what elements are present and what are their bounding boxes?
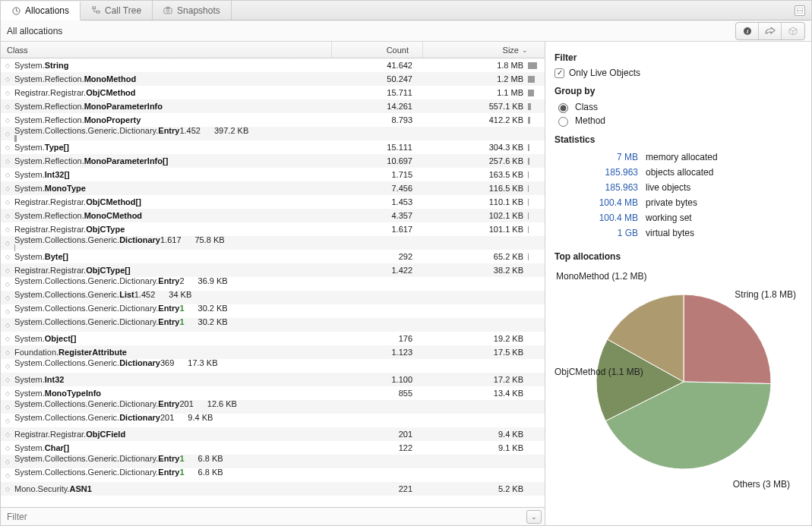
forward-button[interactable]: [759, 23, 782, 39]
table-row[interactable]: ◇Registrar.Registrar.ObjCMethod15.7111.1…: [1, 86, 545, 99]
stat-label: private bytes: [646, 195, 697, 210]
cube-button[interactable]: [782, 23, 804, 39]
table-row[interactable]: ◇System.Char[]1229.1 KB: [1, 441, 545, 455]
groupby-class-radio[interactable]: Class: [554, 101, 802, 113]
table-row[interactable]: ◇System.Byte[]29265.2 KB: [1, 250, 545, 263]
stat-value: 1 GB: [554, 225, 646, 241]
table-row[interactable]: ◇System.Collections.Generic.Dictionary.E…: [1, 318, 545, 332]
count-cell: 1.422: [335, 266, 426, 275]
size-bar: [528, 76, 545, 83]
col-header-class[interactable]: Class: [1, 42, 332, 58]
size-cell: 101.1 KB: [426, 225, 528, 234]
table-row[interactable]: ◇System.Collections.Generic.Dictionary.E…: [1, 127, 545, 140]
table-row[interactable]: ◇System.Collections.Generic.Dictionary1.…: [1, 236, 545, 250]
table-row[interactable]: ◇System.Collections.Generic.Dictionary36…: [1, 359, 545, 373]
tab-snapshots-label: Snapshots: [177, 5, 220, 16]
table-row[interactable]: ◇System.Collections.Generic.List1.45234 …: [1, 291, 545, 304]
table-row[interactable]: ◇System.Type[]15.111304.3 KB: [1, 140, 545, 154]
size-cell: 9.4 KB: [188, 413, 217, 422]
class-cell: System.Reflection.MonoMethod: [14, 74, 335, 83]
size-cell: 30.2 KB: [198, 317, 232, 326]
table-row[interactable]: ◇System.Collections.Generic.Dictionary.E…: [1, 455, 545, 468]
table-row[interactable]: ◇System.Reflection.MonoParameterInfo14.2…: [1, 99, 545, 113]
diamond-icon: ◇: [1, 431, 14, 438]
size-cell: 13.4 KB: [426, 389, 528, 398]
diamond-icon: ◇: [1, 117, 14, 124]
class-cell: System.Type[]: [14, 143, 335, 152]
table-row[interactable]: ◇Registrar.Registrar.ObjCMethod[]1.45311…: [1, 195, 545, 209]
table-row[interactable]: ◇System.String41.6421.8 MB: [1, 58, 545, 72]
pie-label-monomethod: MonoMethod (1.2 MB): [556, 271, 646, 282]
info-button[interactable]: i: [736, 23, 759, 39]
layout-icon[interactable]: [795, 5, 805, 16]
size-bar: [528, 90, 545, 96]
class-cell: Foundation.RegisterAttribute: [14, 348, 335, 357]
table-row[interactable]: ◇System.Reflection.MonoCMethod4.357102.1…: [1, 209, 545, 222]
diamond-icon: ◇: [1, 254, 14, 260]
size-bar: [528, 213, 545, 219]
table-row[interactable]: ◇System.Collections.Generic.Dictionary20…: [1, 414, 545, 427]
size-cell: 17.5 KB: [426, 348, 528, 357]
table-row[interactable]: ◇System.MonoTypeInfo85513.4 KB: [1, 386, 545, 400]
class-cell: System.Reflection.MonoCMethod: [14, 211, 335, 220]
table-row[interactable]: ◇System.Collections.Generic.Dictionary.E…: [1, 400, 545, 414]
diamond-icon: ◇: [1, 458, 14, 465]
count-cell: 50.247: [335, 74, 426, 83]
groupby-method-radio[interactable]: Method: [554, 115, 802, 127]
size-cell: 412.2 KB: [426, 115, 528, 124]
stat-value: 7 MB: [554, 150, 646, 165]
only-live-label: Only Live Objects: [569, 68, 640, 78]
stat-value: 185.963: [554, 180, 646, 195]
table-row[interactable]: ◇Registrar.Registrar.ObjCType1.617101.1 …: [1, 222, 545, 236]
col-header-count[interactable]: Count: [332, 42, 423, 58]
table-row[interactable]: ◇System.Reflection.MonoProperty8.793412.…: [1, 113, 545, 127]
table-row[interactable]: ◇System.Int32[]1.715163.5 KB: [1, 168, 545, 181]
radio-icon[interactable]: [558, 117, 568, 127]
col-header-size[interactable]: Size ⌄: [423, 42, 545, 58]
diamond-icon: ◇: [1, 226, 14, 233]
tab-snapshots[interactable]: Snapshots: [153, 1, 232, 20]
tab-allocations[interactable]: Allocations: [1, 2, 81, 20]
filter-heading: Filter: [554, 52, 802, 63]
class-cell: Mono.Security.ASN1: [14, 484, 335, 493]
table-row[interactable]: ◇System.Reflection.MonoParameterInfo[]10…: [1, 154, 545, 168]
diamond-icon: ◇: [1, 335, 14, 342]
size-bar: [528, 62, 545, 69]
count-cell: 176: [335, 334, 426, 343]
table-row[interactable]: ◇Registrar.Registrar.ObjCType[]1.42238.2…: [1, 263, 545, 277]
size-bar: [14, 422, 31, 429]
table-row[interactable]: ◇System.Collections.Generic.Dictionary.E…: [1, 468, 545, 482]
table-row[interactable]: ◇System.Object[]17619.2 KB: [1, 332, 545, 345]
count-cell: 1.123: [335, 348, 426, 357]
allocations-table: Class Count Size ⌄ ◇System.String41.6421…: [1, 42, 545, 525]
size-bar: [528, 267, 545, 274]
table-row[interactable]: ◇Mono.Security.ASN12215.2 KB: [1, 482, 545, 496]
filter-input[interactable]: [1, 512, 526, 522]
table-row[interactable]: ◇Registrar.Registrar.ObjCField2019.4 KB: [1, 427, 545, 441]
class-cell: System.Reflection.MonoParameterInfo: [14, 102, 335, 111]
count-cell: 221: [335, 484, 426, 493]
size-bar: [528, 158, 545, 165]
table-row[interactable]: ◇System.Collections.Generic.Dictionary.E…: [1, 277, 545, 291]
count-cell: 201: [335, 430, 426, 439]
table-row[interactable]: ◇Foundation.RegisterAttribute1.12317.5 K…: [1, 345, 545, 359]
diamond-icon: ◇: [1, 308, 14, 315]
stat-label: working set: [646, 210, 692, 225]
table-body[interactable]: ◇System.String41.6421.8 MB◇System.Reflec…: [1, 58, 545, 507]
size-cell: 102.1 KB: [426, 211, 528, 220]
only-live-checkbox[interactable]: Only Live Objects: [554, 68, 802, 78]
tab-calltree[interactable]: Call Tree: [81, 1, 153, 20]
class-cell: System.Int32: [14, 375, 335, 384]
table-row[interactable]: ◇System.Int321.10017.2 KB: [1, 373, 545, 386]
table-row[interactable]: ◇System.Collections.Generic.Dictionary.E…: [1, 304, 545, 318]
svg-rect-3: [164, 8, 172, 14]
count-cell: 1: [179, 317, 197, 326]
tab-calltree-label: Call Tree: [105, 5, 141, 16]
table-row[interactable]: ◇System.MonoType7.456116.5 KB: [1, 181, 545, 195]
count-cell: 41.642: [335, 61, 426, 70]
table-row[interactable]: ◇System.Reflection.MonoMethod50.2471.2 M…: [1, 72, 545, 86]
radio-icon[interactable]: [558, 103, 568, 113]
top-allocations-heading: Top allocations: [554, 251, 802, 262]
filter-dropdown[interactable]: ⌄: [526, 510, 542, 524]
count-cell: 10.697: [335, 156, 426, 165]
